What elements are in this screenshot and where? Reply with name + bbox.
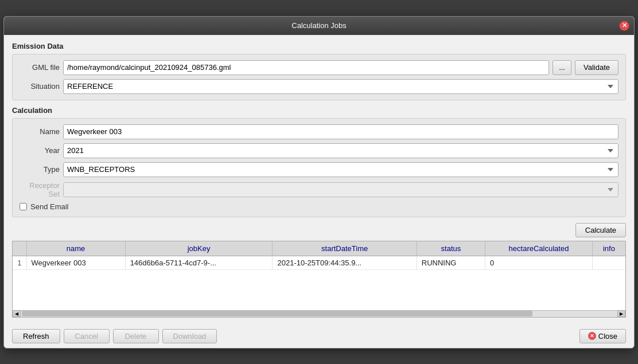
send-email-row: Send Email xyxy=(20,202,618,211)
emission-data-label: Emission Data xyxy=(12,42,626,50)
col-name: name xyxy=(26,241,125,256)
col-jobkey: jobKey xyxy=(125,241,273,256)
cell-name: Wegverkeer 003 xyxy=(26,256,125,269)
main-content: Emission Data GML file ... Validate Situ… xyxy=(4,35,634,324)
scroll-track[interactable] xyxy=(22,311,616,316)
situation-row: Situation REFERENCE xyxy=(20,79,618,94)
browse-button[interactable]: ... xyxy=(553,60,571,75)
cell-status: RUNNING xyxy=(417,256,485,269)
jobs-section: Calculate name jobKey startDateTime stat… xyxy=(12,223,626,318)
year-label: Year xyxy=(20,146,60,155)
jobs-header: Calculate xyxy=(12,223,626,237)
scroll-left-arrow[interactable]: ◀ xyxy=(13,310,21,317)
type-select[interactable]: WNB_RECEPTORS xyxy=(63,162,618,177)
col-hectare: hectareCalculated xyxy=(485,241,593,256)
jobs-table-scroll[interactable]: name jobKey startDateTime status hectare… xyxy=(13,241,625,310)
close-icon: ✕ xyxy=(588,332,596,340)
calculation-jobs-window: Calculation Jobs ✕ Emission Data GML fil… xyxy=(3,16,635,349)
cell-jobkey: 146d6b6a-5711-4cd7-9-... xyxy=(125,256,273,269)
cell-startdatetime: 2021-10-25T09:44:35.9... xyxy=(273,256,417,269)
year-select[interactable]: 2021 xyxy=(63,143,618,158)
cell-index: 1 xyxy=(13,256,26,269)
gml-label: GML file xyxy=(20,63,60,72)
type-label: Type xyxy=(20,165,60,174)
cell-info xyxy=(592,256,625,269)
scroll-right-arrow[interactable]: ▶ xyxy=(617,310,625,317)
name-row: Name xyxy=(20,124,618,139)
name-input[interactable] xyxy=(63,124,618,139)
col-info: info xyxy=(592,241,625,256)
jobs-table: name jobKey startDateTime status hectare… xyxy=(13,241,625,270)
cancel-button[interactable]: Cancel xyxy=(64,329,110,343)
name-label: Name xyxy=(20,127,60,136)
send-email-checkbox[interactable] xyxy=(20,203,27,210)
emission-data-section: Emission Data GML file ... Validate Situ… xyxy=(12,42,626,100)
receptor-set-select[interactable] xyxy=(63,182,618,197)
download-button[interactable]: Download xyxy=(162,329,217,343)
refresh-button[interactable]: Refresh xyxy=(12,329,60,343)
type-row: Type WNB_RECEPTORS xyxy=(20,162,618,177)
year-row: Year 2021 xyxy=(20,143,618,158)
receptor-set-label: Receptor Set xyxy=(20,181,60,198)
window-close-button[interactable]: ✕ xyxy=(619,21,629,31)
jobs-table-container: name jobKey startDateTime status hectare… xyxy=(12,241,626,318)
calculate-button[interactable]: Calculate xyxy=(575,223,626,237)
delete-button[interactable]: Delete xyxy=(113,329,159,343)
bottom-left-buttons: Refresh Cancel Delete Download xyxy=(12,329,217,343)
scroll-thumb[interactable] xyxy=(22,311,532,316)
calculation-label: Calculation xyxy=(12,106,626,115)
col-index xyxy=(13,241,26,256)
close-label: Close xyxy=(598,332,617,340)
table-row[interactable]: 1 Wegverkeer 003 146d6b6a-5711-4cd7-9-..… xyxy=(13,256,625,269)
window-title: Calculation Jobs xyxy=(291,21,346,30)
calculation-panel: Name Year 2021 Type WNB_RECEPTORS Rec xyxy=(12,118,626,217)
validate-button[interactable]: Validate xyxy=(575,60,618,75)
cell-hectare: 0 xyxy=(485,256,593,269)
col-startdatetime: startDateTime xyxy=(273,241,417,256)
gml-file-input[interactable] xyxy=(63,60,549,75)
jobs-table-body: 1 Wegverkeer 003 146d6b6a-5711-4cd7-9-..… xyxy=(13,256,625,269)
situation-label: Situation xyxy=(20,82,60,91)
col-status: status xyxy=(417,241,485,256)
jobs-table-header: name jobKey startDateTime status hectare… xyxy=(13,241,625,256)
calculation-section: Calculation Name Year 2021 Type WNB_RECE… xyxy=(12,106,626,217)
horizontal-scrollbar[interactable]: ◀ ▶ xyxy=(13,310,625,317)
close-button[interactable]: ✕ Close xyxy=(579,329,626,343)
jobs-table-header-row: name jobKey startDateTime status hectare… xyxy=(13,241,625,256)
send-email-label[interactable]: Send Email xyxy=(30,202,68,211)
emission-data-panel: GML file ... Validate Situation REFERENC… xyxy=(12,54,626,100)
gml-file-row: GML file ... Validate xyxy=(20,60,618,75)
situation-select[interactable]: REFERENCE xyxy=(63,79,618,94)
receptor-set-row: Receptor Set xyxy=(20,181,618,198)
bottom-toolbar: Refresh Cancel Delete Download ✕ Close xyxy=(4,324,634,348)
title-bar: Calculation Jobs ✕ xyxy=(4,17,634,35)
